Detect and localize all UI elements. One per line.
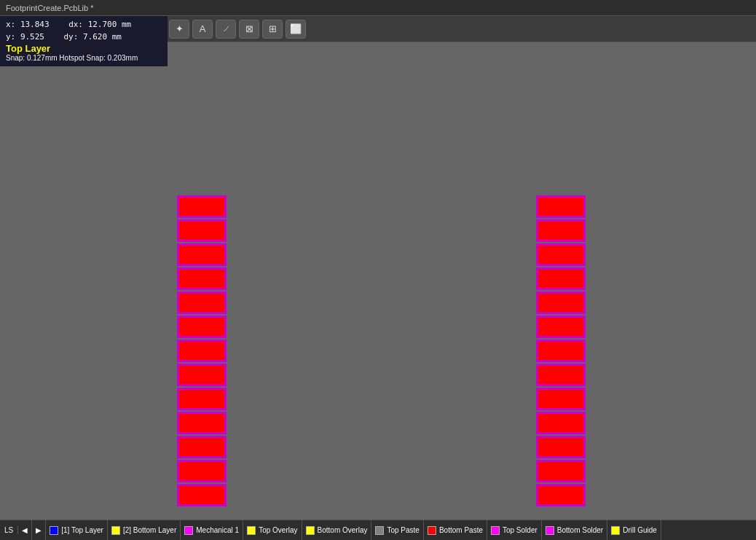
layer1-item[interactable]: [1] Top Layer <box>46 520 108 540</box>
x-label: x: <box>6 20 20 29</box>
top-solder-color-box <box>491 526 500 535</box>
pad-right-5[interactable] <box>536 291 586 314</box>
pad-left-5[interactable] <box>177 291 227 314</box>
pad-left-10[interactable] <box>177 412 227 434</box>
grid-tool[interactable]: ⊞ <box>262 20 283 39</box>
top-overlay-label: Top Overlay <box>259 526 297 534</box>
layer2-color-box <box>111 526 120 535</box>
rules-tool[interactable]: ⬜ <box>286 20 306 39</box>
pad-left-7[interactable] <box>177 340 227 362</box>
pad-right-7[interactable] <box>536 340 586 362</box>
pad-left-12[interactable] <box>177 460 227 482</box>
layer2-item[interactable]: [2] Bottom Layer <box>108 520 181 540</box>
y-value: 9.525 <box>20 32 44 42</box>
pad-right-4[interactable] <box>536 267 586 290</box>
dx-value: 12.700 mm <box>88 20 132 29</box>
pad-left-1[interactable] <box>177 195 227 218</box>
status-bar: LS ◀ ▶ [1] Top Layer [2] Bottom Layer Me… <box>0 520 756 540</box>
drill-guide-item[interactable]: Drill Guide <box>607 520 661 540</box>
mechanical1-label: Mechanical 1 <box>196 526 239 534</box>
ls-label: LS <box>4 526 13 534</box>
pad-left-9[interactable] <box>177 388 227 410</box>
pad-left-2[interactable] <box>177 219 227 242</box>
bottom-overlay-color-box <box>306 526 315 535</box>
top-overlay-item[interactable]: Top Overlay <box>243 520 302 540</box>
canvas-area <box>0 42 756 520</box>
title-text: FootprintCreate.PcbLib * <box>6 4 93 12</box>
top-paste-color-box <box>375 526 384 535</box>
dx-label: dx: <box>68 20 88 29</box>
bottom-paste-color-box <box>428 526 436 535</box>
top-overlay-color-box <box>247 526 256 535</box>
pad-right-10[interactable] <box>536 412 586 434</box>
drill-guide-color-box <box>611 526 620 535</box>
next-icon[interactable]: ▶ <box>36 526 42 534</box>
bottom-paste-item[interactable]: Bottom Paste <box>424 520 487 540</box>
layer2-label: [2] Bottom Layer <box>123 526 176 534</box>
ls-section: LS <box>0 526 18 534</box>
prev-icon[interactable]: ◀ <box>22 526 28 534</box>
bottom-overlay-label: Bottom Overlay <box>318 526 368 534</box>
pad-left-13[interactable] <box>177 484 227 506</box>
current-layer: Top Layer <box>6 43 162 54</box>
nav-prev[interactable]: ◀ <box>18 520 32 540</box>
bottom-solder-label: Bottom Solder <box>557 526 603 534</box>
pad-left-4[interactable] <box>177 267 227 290</box>
pad-right-13[interactable] <box>536 484 586 506</box>
pad-left-6[interactable] <box>177 316 227 338</box>
pad-left-3[interactable] <box>177 243 227 266</box>
snap-info: Snap: 0.127mm Hotspot Snap: 0.203mm <box>6 54 162 62</box>
drill-guide-label: Drill Guide <box>623 526 657 534</box>
pad-right-11[interactable] <box>536 436 586 458</box>
left-pad-column <box>177 195 227 506</box>
pad-left-8[interactable] <box>177 364 227 386</box>
top-solder-item[interactable]: Top Solder <box>487 520 542 540</box>
star-tool[interactable]: ✦ <box>169 20 189 39</box>
keepout-tool[interactable]: ⊠ <box>239 20 259 39</box>
info-panel: x: 13.843 dx: 12.700 mm y: 9.525 dy: 7.6… <box>0 16 168 66</box>
pad-right-2[interactable] <box>536 219 586 242</box>
pad-right-1[interactable] <box>536 195 586 218</box>
top-solder-label: Top Solder <box>503 526 538 534</box>
text-tool[interactable]: A <box>192 20 213 39</box>
pad-right-9[interactable] <box>536 388 586 410</box>
bottom-solder-color-box <box>546 526 554 535</box>
top-paste-item[interactable]: Top Paste <box>371 520 423 540</box>
dy-value: 7.620 mm <box>83 32 122 42</box>
mechanical1-color-box <box>184 526 193 535</box>
mechanical1-item[interactable]: Mechanical 1 <box>181 520 243 540</box>
pad-right-3[interactable] <box>536 243 586 266</box>
y-label: y: <box>6 32 20 42</box>
bottom-overlay-item[interactable]: Bottom Overlay <box>302 520 372 540</box>
pad-right-12[interactable] <box>536 460 586 482</box>
right-pad-column <box>536 195 586 506</box>
bottom-paste-label: Bottom Paste <box>439 526 483 534</box>
layer1-color-box <box>50 526 58 535</box>
pad-right-6[interactable] <box>536 316 586 338</box>
coordinates: x: 13.843 dx: 12.700 mm y: 9.525 dy: 7.6… <box>6 19 162 43</box>
pad-right-8[interactable] <box>536 364 586 386</box>
line-tool[interactable]: ⟋ <box>216 20 236 39</box>
x-value: 13.843 <box>20 20 50 29</box>
bottom-solder-item[interactable]: Bottom Solder <box>542 520 607 540</box>
top-paste-label: Top Paste <box>387 526 419 534</box>
dy-label: dy: <box>64 32 84 42</box>
pad-left-11[interactable] <box>177 436 227 458</box>
layer1-label: [1] Top Layer <box>61 526 103 534</box>
title-bar: FootprintCreate.PcbLib * <box>0 0 756 16</box>
nav-next[interactable]: ▶ <box>32 520 46 540</box>
